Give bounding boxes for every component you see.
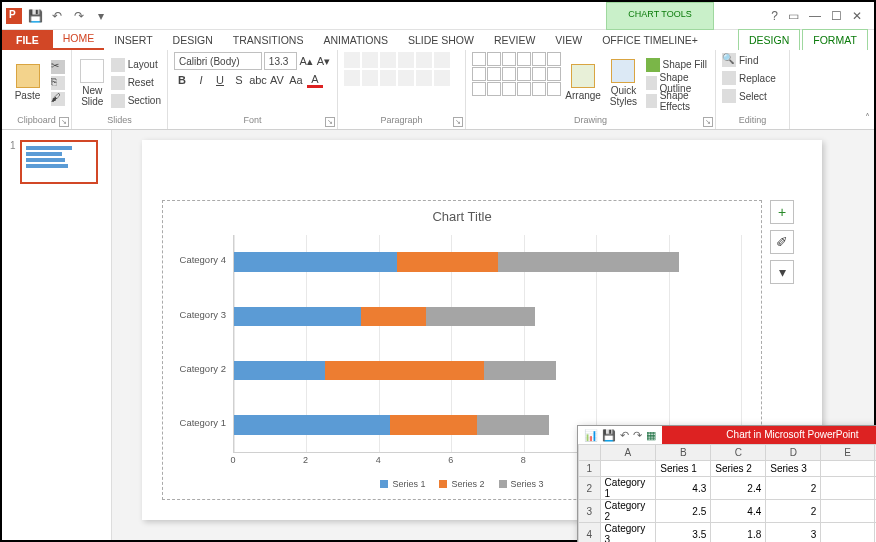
redo-icon[interactable]: ↷ xyxy=(70,7,88,25)
indent-increase-icon[interactable] xyxy=(398,52,414,68)
close-icon[interactable]: ✕ xyxy=(852,9,862,23)
minimize-icon[interactable]: — xyxy=(809,9,821,23)
bullets-icon[interactable] xyxy=(344,52,360,68)
tab-animations[interactable]: ANIMATIONS xyxy=(313,30,398,50)
legend-item[interactable]: Series 3 xyxy=(499,479,544,489)
quick-styles-button[interactable]: Quick Styles xyxy=(605,52,641,113)
chart-styles-button[interactable]: ✐ xyxy=(770,230,794,254)
strike-button[interactable]: S xyxy=(231,72,247,88)
replace-button[interactable]: Replace xyxy=(722,70,783,86)
ribbon-display-icon[interactable]: ▭ xyxy=(788,9,799,23)
qat-more-icon[interactable]: ▾ xyxy=(92,7,110,25)
shadow-button[interactable]: abc xyxy=(250,72,266,88)
line-spacing-icon[interactable] xyxy=(416,52,432,68)
data-sheet[interactable]: ABCDEF1Series 1Series 2Series 32Category… xyxy=(578,444,876,542)
layout-button[interactable]: Layout xyxy=(111,57,161,73)
chart-elements-button[interactable]: + xyxy=(770,200,794,224)
justify-icon[interactable] xyxy=(398,70,414,86)
drawing-launcher[interactable]: ↘ xyxy=(703,117,713,127)
legend-item[interactable]: Series 2 xyxy=(439,479,484,489)
tab-office-timeline[interactable]: OFFICE TIMELINE+ xyxy=(592,30,708,50)
tab-review[interactable]: REVIEW xyxy=(484,30,545,50)
tab-chart-format[interactable]: FORMAT xyxy=(802,29,868,50)
thumb-number: 1 xyxy=(10,140,16,184)
bar-row[interactable]: Category 3 xyxy=(234,307,741,327)
find-button[interactable]: 🔍Find xyxy=(722,52,783,68)
group-editing: 🔍Find Replace Select Editing xyxy=(716,50,790,129)
tab-chart-design[interactable]: DESIGN xyxy=(738,29,800,50)
tab-transitions[interactable]: TRANSITIONS xyxy=(223,30,314,50)
tab-insert[interactable]: INSERT xyxy=(104,30,162,50)
font-color-icon[interactable]: A xyxy=(307,72,323,88)
x-tick-label: 2 xyxy=(303,455,308,465)
tab-slideshow[interactable]: SLIDE SHOW xyxy=(398,30,484,50)
x-tick-label: 0 xyxy=(230,455,235,465)
de-excel-icon[interactable]: ▦ xyxy=(646,429,656,442)
maximize-icon[interactable]: ☐ xyxy=(831,9,842,23)
legend-item[interactable]: Series 1 xyxy=(380,479,425,489)
fill-label: Shape Fill xyxy=(663,59,707,70)
shape-outline-button[interactable]: Shape Outline xyxy=(646,75,709,91)
smartart-icon[interactable] xyxy=(434,70,450,86)
x-tick-label: 6 xyxy=(448,455,453,465)
tab-home[interactable]: HOME xyxy=(53,28,105,50)
reset-button[interactable]: Reset xyxy=(111,75,161,91)
shape-effects-button[interactable]: Shape Effects xyxy=(646,93,709,109)
underline-button[interactable]: U xyxy=(212,72,228,88)
paste-button[interactable]: Paste xyxy=(8,52,47,113)
de-chart-icon[interactable]: 📊 xyxy=(584,429,598,442)
font-name-combo[interactable]: Calibri (Body) xyxy=(174,52,262,70)
numbering-icon[interactable] xyxy=(362,52,378,68)
copy-icon[interactable]: ⎘ xyxy=(51,76,65,90)
collapse-ribbon-icon[interactable]: ˄ xyxy=(865,112,870,123)
spacing-icon[interactable]: AV xyxy=(269,72,285,88)
tab-view[interactable]: VIEW xyxy=(545,30,592,50)
shape-fill-button[interactable]: Shape Fill xyxy=(646,57,709,73)
slide-thumb-1[interactable]: 1 xyxy=(10,140,103,184)
arrange-button[interactable]: Arrange xyxy=(565,52,601,113)
save-icon[interactable]: 💾 xyxy=(26,7,44,25)
bar-row[interactable]: Category 4 xyxy=(234,252,741,272)
chart-plot-area[interactable]: Category 4Category 3Category 2Category 1 xyxy=(233,235,741,453)
align-center-icon[interactable] xyxy=(362,70,378,86)
chart-filters-button[interactable]: ▾ xyxy=(770,260,794,284)
undo-icon[interactable]: ↶ xyxy=(48,7,66,25)
shrink-font-icon[interactable]: A▾ xyxy=(316,53,331,69)
de-undo-icon[interactable]: ↶ xyxy=(620,429,629,442)
font-size-combo[interactable]: 13.3 xyxy=(264,52,297,70)
tab-design[interactable]: DESIGN xyxy=(163,30,223,50)
clipboard-launcher[interactable]: ↘ xyxy=(59,117,69,127)
replace-label: Replace xyxy=(739,73,776,84)
grow-font-icon[interactable]: A▴ xyxy=(299,53,314,69)
de-save-icon[interactable]: 💾 xyxy=(602,429,616,442)
data-editor-grid[interactable]: ABCDEF1Series 1Series 2Series 32Category… xyxy=(578,444,876,542)
bold-button[interactable]: B xyxy=(174,72,190,88)
indent-decrease-icon[interactable] xyxy=(380,52,396,68)
text-direction-icon[interactable] xyxy=(434,52,450,68)
align-right-icon[interactable] xyxy=(380,70,396,86)
font-launcher[interactable]: ↘ xyxy=(325,117,335,127)
select-button[interactable]: Select xyxy=(722,88,783,104)
outline-icon xyxy=(646,76,657,90)
category-label: Category 3 xyxy=(180,309,226,320)
case-icon[interactable]: Aa xyxy=(288,72,304,88)
columns-icon[interactable] xyxy=(416,70,432,86)
new-slide-button[interactable]: New Slide xyxy=(78,52,107,113)
group-slides: New Slide Layout Reset Section Slides xyxy=(72,50,168,129)
bar-row[interactable]: Category 2 xyxy=(234,361,741,381)
chart-data-editor[interactable]: 📊 💾 ↶ ↷ ▦ Chart in Microsoft PowerPoint … xyxy=(577,425,876,542)
shapes-gallery[interactable] xyxy=(472,52,561,113)
chart-title[interactable]: Chart Title xyxy=(163,201,761,228)
align-left-icon[interactable] xyxy=(344,70,360,86)
italic-button[interactable]: I xyxy=(193,72,209,88)
paragraph-launcher[interactable]: ↘ xyxy=(453,117,463,127)
tab-file[interactable]: FILE xyxy=(2,30,53,50)
de-redo-icon[interactable]: ↷ xyxy=(633,429,642,442)
cut-icon[interactable]: ✂ xyxy=(51,60,65,74)
format-painter-icon[interactable]: 🖌 xyxy=(51,92,65,106)
workspace: 1 Chart Title Category 4Category 3Catego… xyxy=(2,130,874,540)
title-bar: 💾 ↶ ↷ ▾ CHART TOOLS ? ▭ — ☐ ✕ xyxy=(2,2,874,30)
effects-label: Shape Effects xyxy=(660,90,709,112)
help-icon[interactable]: ? xyxy=(771,9,778,23)
section-button[interactable]: Section xyxy=(111,93,161,109)
